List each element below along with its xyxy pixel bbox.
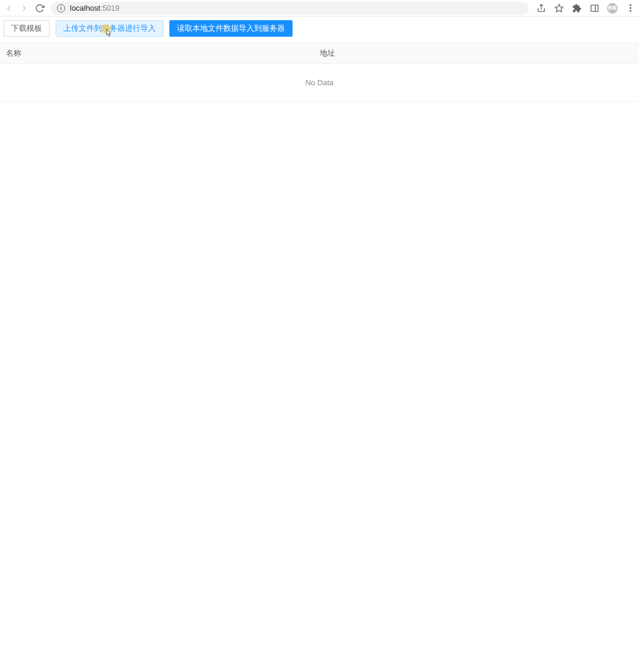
- action-toolbar: 下载模板 上传文件到服务器进行导入 读取本地文件数据导入到服务器: [0, 20, 639, 43]
- nav-buttons: [4, 3, 45, 14]
- reload-button[interactable]: [34, 3, 45, 14]
- page-content: 下载模板 上传文件到服务器进行导入 读取本地文件数据导入到服务器 名称 地址 N…: [0, 17, 639, 102]
- table-empty: No Data: [0, 64, 639, 102]
- browser-menu-icon[interactable]: [625, 3, 635, 14]
- address-bar[interactable]: i localhost:5019: [51, 2, 529, 15]
- browser-right-icons: 例客: [536, 3, 635, 14]
- column-address: 地址: [314, 43, 639, 63]
- read-local-import-button[interactable]: 读取本地文件数据导入到服务器: [169, 20, 293, 37]
- profile-avatar[interactable]: 例客: [607, 3, 618, 14]
- table-header: 名称 地址: [0, 43, 639, 64]
- share-icon[interactable]: [536, 3, 547, 14]
- download-template-button[interactable]: 下载模板: [4, 20, 50, 37]
- url-text: localhost:5019: [70, 4, 120, 12]
- forward-button[interactable]: [19, 3, 30, 14]
- column-name: 名称: [0, 43, 314, 63]
- panel-icon[interactable]: [589, 3, 600, 14]
- svg-rect-1: [591, 5, 598, 11]
- browser-toolbar: i localhost:5019 例客: [0, 0, 639, 17]
- back-button[interactable]: [4, 3, 14, 14]
- extensions-icon[interactable]: [571, 3, 582, 14]
- upload-import-button[interactable]: 上传文件到服务器进行导入: [56, 20, 163, 37]
- site-info-icon[interactable]: i: [57, 4, 65, 12]
- svg-marker-0: [555, 4, 563, 12]
- star-icon[interactable]: [554, 3, 564, 14]
